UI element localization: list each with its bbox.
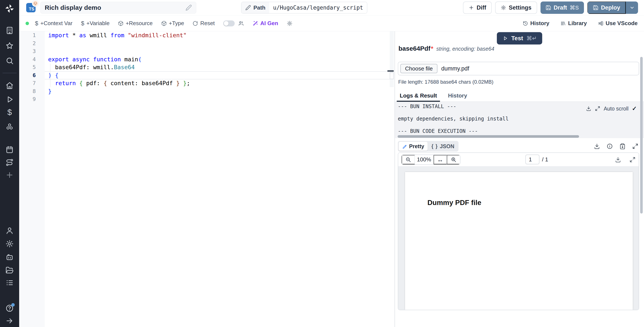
- library-button[interactable]: Library: [560, 20, 587, 26]
- code-line[interactable]: export async function main(: [48, 55, 389, 64]
- language-badge: TS: [26, 3, 36, 12]
- expand-logs-icon[interactable]: [595, 106, 600, 111]
- variables-dollar-icon[interactable]: $: [5, 108, 14, 117]
- zoom-in-button[interactable]: [447, 155, 460, 164]
- code-line[interactable]: return { pdf: { content: base64Pdf } };: [48, 79, 389, 87]
- routes-icon[interactable]: [5, 158, 14, 167]
- add-variable-button[interactable]: $ +Variable: [81, 20, 110, 27]
- edit-title-pencil-icon[interactable]: [186, 4, 192, 11]
- path-label-segment: Path: [242, 2, 269, 13]
- deploy-dropdown-button[interactable]: [626, 2, 638, 14]
- collaborators-people-icon[interactable]: [238, 20, 244, 26]
- settings-gear-icon[interactable]: [5, 240, 14, 248]
- file-length-text: File length: 17688 base64 chars (0.02MB): [398, 79, 494, 85]
- tab-history[interactable]: History: [445, 92, 470, 102]
- fit-width-button[interactable]: ↔: [434, 155, 447, 164]
- deploy-label: Deploy: [601, 4, 620, 11]
- pretty-view-option[interactable]: Pretty: [399, 142, 428, 151]
- runs-play-icon[interactable]: [5, 95, 14, 104]
- history-button[interactable]: History: [522, 20, 550, 26]
- tab-logs-result[interactable]: Logs & Result: [397, 92, 440, 102]
- notification-dot: [11, 303, 15, 306]
- workers-robot-icon[interactable]: [5, 253, 14, 262]
- line-number[interactable]: 8: [19, 87, 45, 96]
- editor-code[interactable]: import * as wmill from "windmill-client"…: [45, 31, 389, 327]
- brush-icon: [402, 144, 407, 149]
- code-line[interactable]: }: [48, 87, 389, 96]
- expand-pdf-icon[interactable]: [629, 156, 636, 163]
- zoom-out-button[interactable]: [402, 155, 415, 164]
- ai-gen-label: AI Gen: [260, 20, 278, 26]
- type-label: +Type: [169, 20, 184, 26]
- search-icon[interactable]: [5, 56, 14, 65]
- path-field[interactable]: Path u/HugoCasa/legendary_script: [241, 2, 367, 14]
- folders-icon[interactable]: [5, 266, 14, 275]
- add-type-button[interactable]: +Type: [161, 20, 184, 26]
- code-line[interactable]: ) {: [48, 71, 389, 80]
- code-line[interactable]: import * as wmill from "windmill-client": [48, 31, 389, 40]
- schedules-calendar-icon[interactable]: [5, 146, 14, 154]
- editor-settings-gear-icon[interactable]: [287, 20, 292, 26]
- settings-button[interactable]: Settings: [495, 2, 537, 14]
- line-number[interactable]: 7: [19, 79, 45, 87]
- line-number[interactable]: 6: [19, 71, 45, 80]
- diff-label: Diff: [476, 4, 486, 11]
- status-dot: [26, 22, 29, 25]
- diff-button[interactable]: Diff: [463, 2, 492, 14]
- auto-scroll-label[interactable]: Auto scroll: [604, 106, 629, 112]
- code-line[interactable]: [48, 40, 389, 48]
- code-editor[interactable]: 123456789 import * as wmill from "windmi…: [19, 31, 394, 327]
- logs-horizontal-scrollbar[interactable]: [398, 135, 579, 138]
- help-icon[interactable]: [5, 304, 14, 312]
- multiplayer-toggle[interactable]: [223, 20, 235, 26]
- fit-width-icon: ↔: [437, 156, 444, 163]
- download-result-icon[interactable]: [594, 143, 600, 150]
- line-number[interactable]: 3: [19, 47, 45, 55]
- draft-label: Draft: [554, 4, 567, 11]
- history-clock-icon: [522, 21, 528, 26]
- workspace-icon[interactable]: [5, 26, 14, 35]
- braces-icon: { }: [432, 144, 438, 149]
- code-line[interactable]: [48, 95, 389, 103]
- code-line[interactable]: base64Pdf: wmill.Base64: [48, 63, 389, 71]
- ai-gen-button[interactable]: AI Gen: [252, 20, 278, 26]
- expand-result-icon[interactable]: [632, 143, 638, 150]
- use-vscode-button[interactable]: Use VScode: [598, 20, 638, 26]
- page-number-input[interactable]: [526, 154, 540, 164]
- copy-clipboard-icon[interactable]: [619, 143, 626, 150]
- draft-button[interactable]: Draft ⌘S: [540, 2, 584, 14]
- test-button[interactable]: Test ⌘↵: [497, 32, 542, 44]
- result-icons: [594, 143, 638, 150]
- download-pdf-icon[interactable]: [615, 156, 621, 163]
- users-person-icon[interactable]: [5, 226, 14, 235]
- windmill-logo-icon[interactable]: [4, 4, 15, 14]
- script-title-field[interactable]: Rich display demo: [40, 2, 196, 14]
- add-context-var-button[interactable]: $ +Context Var: [35, 20, 72, 27]
- resources-cubes-icon[interactable]: [5, 123, 14, 131]
- code-line[interactable]: [48, 47, 389, 55]
- info-icon[interactable]: [606, 143, 613, 150]
- expand-sidebar-arrow-icon[interactable]: [5, 316, 14, 325]
- minimap-viewport[interactable]: [390, 72, 394, 79]
- line-number[interactable]: 9: [19, 95, 45, 103]
- line-number[interactable]: 2: [19, 40, 45, 48]
- line-number[interactable]: 4: [19, 55, 45, 64]
- favorites-star-icon[interactable]: [5, 42, 14, 50]
- audit-logs-list-icon[interactable]: [5, 278, 14, 287]
- line-number[interactable]: 5: [19, 63, 45, 71]
- choose-file-button[interactable]: Choose file: [400, 64, 438, 73]
- deploy-button[interactable]: Deploy: [587, 2, 626, 14]
- logs-area[interactable]: --- BUN INSTALL --- empty dependencies, …: [395, 102, 644, 138]
- pdf-content-area[interactable]: Dummy PDF file: [398, 166, 639, 310]
- save-icon: [546, 5, 551, 10]
- minimap-slider-handle[interactable]: [388, 70, 394, 72]
- home-icon[interactable]: [5, 81, 14, 90]
- add-plus-icon[interactable]: [5, 171, 14, 179]
- variable-label: +Variable: [86, 20, 110, 26]
- reset-button[interactable]: Reset: [192, 20, 215, 26]
- json-view-option[interactable]: { } JSON: [428, 142, 458, 151]
- download-logs-icon[interactable]: [586, 106, 592, 111]
- line-number[interactable]: 1: [19, 31, 45, 40]
- panel-vertical-scrollbar[interactable]: [640, 57, 643, 214]
- add-resource-button[interactable]: +Resource: [118, 20, 152, 26]
